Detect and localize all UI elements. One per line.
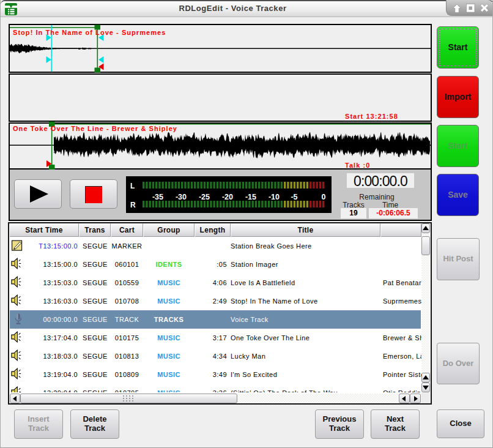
svg-text:-5: -5 xyxy=(291,193,297,201)
svg-text:-30: -30 xyxy=(176,193,187,201)
svg-text:0: 0 xyxy=(322,193,326,201)
svg-text:-20: -20 xyxy=(222,193,233,201)
svg-text:-25: -25 xyxy=(199,193,210,201)
svg-text:-15: -15 xyxy=(245,193,256,201)
svg-text:L: L xyxy=(130,182,135,190)
svg-text:-35: -35 xyxy=(152,193,163,201)
svg-text:-10: -10 xyxy=(269,193,280,201)
svg-text:R: R xyxy=(130,201,136,209)
